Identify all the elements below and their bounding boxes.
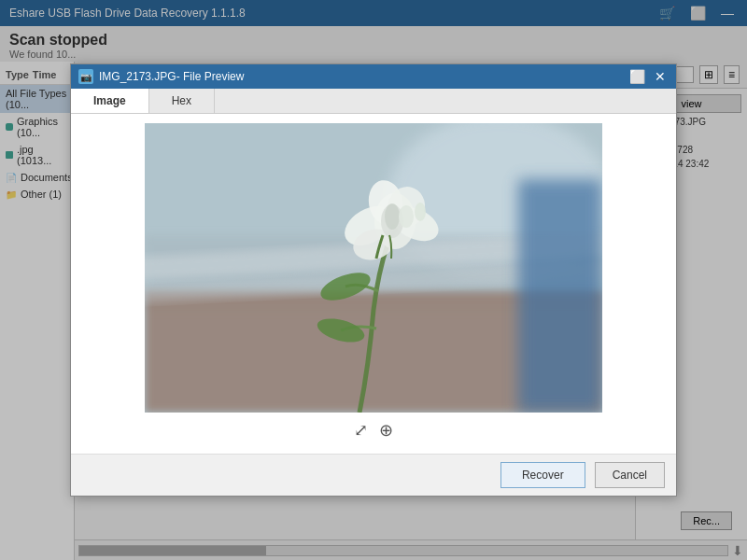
modal-restore-button[interactable]: ⬜	[627, 69, 648, 84]
modal-close-button[interactable]: ✕	[652, 69, 669, 84]
modal-title-left: 📷 IMG_2173.JPG- File Preview	[78, 69, 244, 84]
modal-body: ⤢ ⊕	[71, 114, 676, 454]
tab-image[interactable]: Image	[71, 89, 149, 113]
zoom-fit-button[interactable]: ⤢	[354, 420, 368, 441]
svg-point-18	[385, 203, 400, 230]
recover-button[interactable]: Recover	[500, 462, 585, 488]
image-preview-container	[145, 123, 602, 413]
preview-image	[145, 123, 602, 413]
modal-title: IMG_2173.JPG- File Preview	[99, 70, 244, 83]
modal-footer: Recover Cancel	[71, 454, 676, 496]
modal-overlay: 📷 IMG_2173.JPG- File Preview ⬜ ✕ Image H…	[0, 0, 747, 560]
modal-titlebar: 📷 IMG_2173.JPG- File Preview ⬜ ✕	[71, 64, 676, 89]
modal-window-controls: ⬜ ✕	[627, 69, 669, 84]
zoom-actual-button[interactable]: ⊕	[379, 420, 393, 441]
cancel-button[interactable]: Cancel	[595, 462, 665, 488]
file-preview-modal: 📷 IMG_2173.JPG- File Preview ⬜ ✕ Image H…	[70, 63, 677, 497]
modal-app-icon: 📷	[78, 69, 93, 84]
modal-tabs: Image Hex	[71, 89, 676, 114]
app-body: Scan stopped We found 10... Type Time Al…	[0, 26, 747, 560]
svg-point-20	[415, 203, 426, 221]
tab-hex[interactable]: Hex	[149, 89, 215, 113]
svg-rect-8	[518, 179, 602, 413]
image-toolbar: ⤢ ⊕	[354, 413, 393, 444]
svg-point-19	[399, 205, 414, 228]
